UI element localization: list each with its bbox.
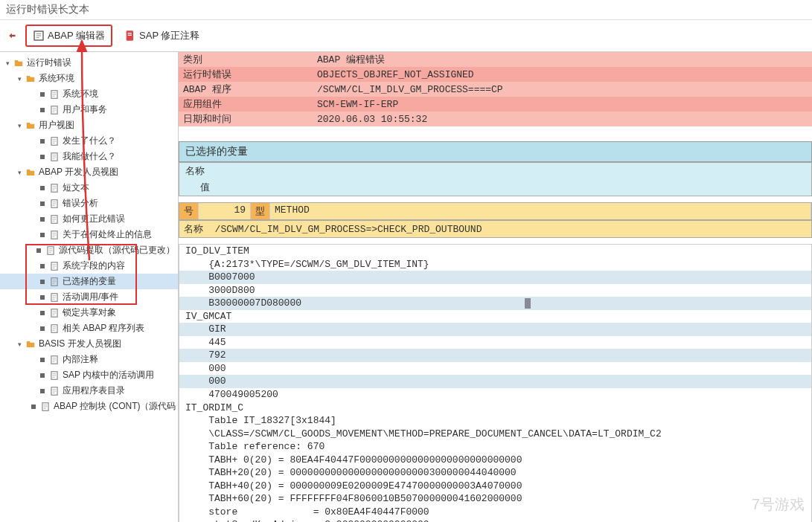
tree-item[interactable]: 系统字段的内容 [0,258,178,274]
tree-toggle-icon[interactable]: ▾ [15,340,24,349]
tree-item[interactable]: 如何更正此错误 [0,211,178,227]
tree-label: 系统环境 [39,72,74,85]
tree-label: 应用程序表目录 [63,384,125,397]
window-title: 运行时错误长文本 [0,0,812,20]
section-title: 已选择的变量 [179,141,812,162]
document-icon [49,136,60,146]
code-line: store = 0x80EA4F40447F0000 [179,506,811,519]
tree-label: 发生了什么？ [63,135,116,147]
tree-label: 活动调用/事件 [63,291,118,303]
document-icon [49,89,60,100]
class-label: 名称 [184,224,203,235]
tree-folder[interactable]: ▾运行时错误 [0,55,178,71]
document-icon [49,199,60,209]
tree-toggle-icon[interactable]: ▾ [15,121,24,130]
code-line: B0007000 [179,271,811,284]
tree-folder[interactable]: ▾系统环境 [0,71,178,86]
tree-folder[interactable]: ▾用户视图 [0,117,178,133]
class-row: 名称 /SCWM/CL_IM_DLV_GM_PROCESS=>CHECK_PRD… [179,220,812,238]
code-line: GIR [179,323,811,336]
tree-label: 相关 ABAP 程序列表 [63,322,144,335]
document-icon [49,105,60,115]
document-icon [49,292,60,303]
tree-item[interactable]: 相关 ABAP 程序列表 [0,320,178,336]
bullet-icon [40,326,45,331]
tree-item[interactable]: 内部注释 [0,352,178,367]
tree-label: 系统环境 [63,88,98,100]
abap-editor-button[interactable]: ABAP 编辑器 [25,25,112,47]
tree-folder[interactable]: ▾BASIS 开发人员视图 [0,336,178,352]
tree-label: 内部注释 [63,353,98,366]
sap-note-button[interactable]: SAP 修正注释 [118,26,205,45]
header-value: ABAP 编程错误 [313,52,812,67]
document-icon [49,308,60,318]
tree-toggle-icon[interactable]: ▾ [15,74,24,83]
type-value: METHOD [270,203,811,219]
sap-note-label: SAP 修正注释 [139,29,199,42]
header-value: 2020.06.03 10:55:32 [313,112,812,126]
tree-label: 锁定共享对象 [63,306,116,319]
tree-item[interactable]: SAP 内核中的活动调用 [0,367,178,383]
value-label: 值 [179,179,811,196]
tree-item[interactable]: 系统环境 [0,86,178,102]
tree-item[interactable]: 已选择的变量 [0,274,178,289]
code-line: TABH+60(20) = FFFFFFFF04F8060010B5070000… [179,492,811,506]
tree-item[interactable]: 应用程序表目录 [0,383,178,399]
header-key: ABAP 程序 [179,82,313,97]
document-icon [49,355,60,365]
tree-item[interactable]: 源代码提取（源代码已更改） [0,242,178,258]
code-line: TABH+40(20) = 000000009E0200009E47470000… [179,480,811,493]
code-line: IT_ORDIM_C [179,402,811,415]
tree-label: 系统字段的内容 [63,260,125,272]
code-line: Table IT_18327[3x1844] [179,414,811,428]
tree-item[interactable]: ABAP 控制块 (CONT)（源代码 [0,399,178,414]
bullet-icon [40,373,45,378]
bullet-icon [36,248,41,253]
tree-item[interactable]: 锁定共享对象 [0,305,178,320]
tree-label: SAP 内核中的活动调用 [63,369,154,381]
bullet-icon [40,264,45,268]
document-icon [49,152,60,162]
tree-item[interactable]: 关于在何处终止的信息 [0,227,178,242]
bullet-icon [40,389,45,393]
bullet-icon [40,139,45,144]
tree-item[interactable]: 用户和事务 [0,102,178,117]
bullet-icon [40,280,45,284]
tree-label: 用户视图 [39,119,74,132]
name-value-block: 名称 值 [179,162,812,196]
folder-icon [25,167,36,178]
tree-toggle-icon[interactable]: ▾ [15,168,24,177]
document-icon [45,245,56,256]
bullet-icon [40,358,45,362]
tree-toggle-icon[interactable]: ▾ [3,59,12,68]
header-row: ABAP 程序/SCWM/CL_IM_DLV_GM_PROCESS====CP [179,82,812,97]
cursor-icon [525,298,531,309]
tree-item[interactable]: 我能做什么？ [0,149,178,164]
tree-item[interactable]: 错误分析 [0,196,178,211]
tree-label: 源代码提取（源代码已更改） [59,244,175,257]
tree-label: ABAP 控制块 (CONT)（源代码 [54,400,176,413]
header-row: 日期和时间2020.06.03 10:55:32 [179,112,812,126]
code-line: B30000007D080000 [179,297,811,310]
tree-label: ABAP 开发人员视图 [39,166,118,178]
code-line: \CLASS=/SCWM/CL_GOODS_MOVEMENT\METHOD=PR… [179,428,811,441]
method-row: 号 19 型 METHOD [179,202,812,220]
document-icon [49,261,60,271]
back-icon[interactable] [6,30,19,41]
tree-label: 关于在何处终止的信息 [63,228,152,241]
code-line: 792 [179,349,811,362]
tree-item[interactable]: 短文本 [0,180,178,196]
folder-icon [25,74,36,84]
folder-icon [25,339,36,349]
code-line: TABH+20(20) = 00000000000000000000000030… [179,466,811,480]
toolbar: ABAP 编辑器 SAP 修正注释 [0,20,812,52]
num-label: 号 [179,203,199,219]
code-line: IV_GMCAT [179,310,811,323]
tree-folder[interactable]: ▾ABAP 开发人员视图 [0,164,178,180]
document-icon [49,183,60,193]
tree-label: 错误分析 [63,197,98,210]
document-icon [40,402,51,412]
tree-item[interactable]: 活动调用/事件 [0,289,178,305]
tree-item[interactable]: 发生了什么？ [0,133,178,149]
tree-label: 短文本 [63,181,89,194]
